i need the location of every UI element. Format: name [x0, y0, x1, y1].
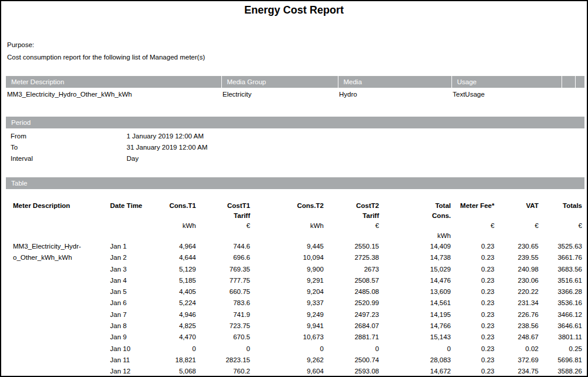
column-header-meter_description: [6, 211, 110, 221]
managed-meters-header-row: Meter Description Media Group Media Usag…: [6, 76, 584, 88]
value-cell-cost_t1_tariff: 777.75: [198, 275, 253, 286]
value-cell-cons_t2: 9,604: [253, 366, 326, 377]
report-page: Energy Cost Report Purpose: Cost consump…: [0, 0, 588, 377]
value-cell-cost_t2_tariff: 2500.74: [326, 355, 381, 366]
column-header-meter_description-unit: [6, 231, 110, 241]
value-cell-cons_t2: 9,204: [253, 286, 326, 297]
value-cell-total_cons: 0: [381, 343, 453, 355]
value-cell-vat: 372.69: [497, 355, 541, 366]
column-header-cons_t1-unit: [151, 231, 198, 241]
media-group-value: Electricity: [221, 88, 338, 101]
value-cell-vat: 226.76: [497, 309, 541, 320]
media-column-header: Media: [338, 76, 451, 88]
column-header-meter_fee: [453, 211, 497, 221]
value-cell-cost_t1_tariff: 2823.15: [198, 355, 253, 366]
column-header-meter_description-unit: [6, 221, 110, 231]
value-cell-cost_t1_tariff: 696.6: [198, 252, 253, 263]
value-cell-total_cons: 28,083: [381, 355, 453, 366]
value-cell-vat: 238.56: [497, 320, 541, 332]
purpose-block: Purpose: Cost consumption report for the…: [7, 39, 205, 63]
meter-description-value: MM3_Electricity_Hydro_Other_kWh_kWh: [6, 88, 221, 101]
value-cell-cost_t2_tariff: 2725.38: [326, 252, 381, 263]
to-label: To: [6, 141, 127, 153]
value-cell-totals: 3801.11: [541, 332, 584, 343]
value-cell-cons_t1: 5,185: [151, 275, 198, 286]
date-cell: Jan 8: [110, 320, 151, 332]
data-table-header-line: kWh: [6, 231, 584, 241]
value-cell-cons_t2: 9,445: [253, 241, 326, 252]
value-cell-meter_fee: 0.23: [453, 286, 497, 297]
value-cell-vat: 230.65: [497, 241, 541, 252]
value-cell-cons_t1: 5,068: [151, 366, 198, 377]
table-row: MM3_Electricity_Hydr-o_Other_kWh_kWhJan …: [6, 241, 584, 252]
interval-value: Day: [127, 153, 584, 164]
value-cell-vat: 234.75: [497, 366, 541, 377]
value-cell-cost_t2_tariff: 2485.08: [326, 286, 381, 297]
value-cell-cost_t2_tariff: 2550.15: [326, 241, 381, 252]
value-cell-totals: 3466.12: [541, 309, 584, 320]
date-cell: Jan 5: [110, 286, 151, 297]
data-table-header-line: Meter DescriptionDate TimeCons.T1CostT1C…: [6, 201, 584, 211]
period-section: Period From 1 January 2019 12:00 AM To 3…: [6, 117, 584, 164]
value-cell-totals: 3536.16: [541, 297, 584, 309]
value-cell-cost_t1_tariff: 660.75: [198, 286, 253, 297]
column-header-totals-unit: [541, 231, 584, 241]
value-cell-vat: 239.55: [497, 252, 541, 263]
column-header-cost_t1_tariff: Tariff: [198, 211, 253, 221]
value-cell-total_cons: 14,672: [381, 366, 453, 377]
value-cell-total_cons: 15,143: [381, 332, 453, 343]
column-header-cons_t2: Cons.T2: [253, 201, 326, 211]
date-cell: Jan 7: [110, 309, 151, 320]
column-header-vat: VAT: [497, 201, 541, 211]
period-table: From 1 January 2019 12:00 AM To 31 Janua…: [6, 130, 584, 164]
date-cell: Jan 4: [110, 275, 151, 286]
column-header-cons_t2-unit: kWh: [253, 221, 326, 231]
column-header-total_cons-unit: [381, 221, 453, 231]
column-header-date_time-unit: [110, 221, 151, 231]
column-header-cons_t2: [253, 211, 326, 221]
data-table-header-line: kWh€kWh€€€€: [6, 221, 584, 231]
usage-value: TextUsage: [451, 88, 562, 101]
column-header-meter_fee-unit: [453, 231, 497, 241]
column-header-totals: Totals: [541, 201, 584, 211]
value-cell-cons_t2: 9,900: [253, 264, 326, 275]
value-cell-totals: 5696.81: [541, 355, 584, 366]
value-cell-cons_t1: 4,946: [151, 309, 198, 320]
value-cell-totals: 3525.63: [541, 241, 584, 252]
column-header-totals: [541, 211, 584, 221]
value-cell-vat: 248.67: [497, 332, 541, 343]
value-cell-totals: 3661.76: [541, 252, 584, 263]
value-cell-vat: 230.06: [497, 275, 541, 286]
date-cell: Jan 9: [110, 332, 151, 343]
value-cell-total_cons: 15,029: [381, 264, 453, 275]
date-cell: Jan 11: [110, 355, 151, 366]
value-cell-cost_t1_tariff: 0: [198, 343, 253, 355]
value-cell-cons_t2: 0: [253, 343, 326, 355]
value-cell-cost_t2_tariff: 0: [326, 343, 381, 355]
value-cell-vat: 0.02: [497, 343, 541, 355]
period-row-interval: Interval Day: [6, 153, 584, 164]
interval-label: Interval: [6, 153, 127, 164]
value-cell-cons_t2: 10,094: [253, 252, 326, 263]
value-cell-total_cons: 14,195: [381, 309, 453, 320]
header-spacer-cell: [562, 76, 575, 88]
from-value: 1 January 2019 12:00 AM: [127, 130, 584, 141]
purpose-text: Cost consumption report for the followin…: [7, 51, 205, 64]
value-cell-meter_fee: 0.23: [453, 309, 497, 320]
value-cell-vat: 231.34: [497, 297, 541, 309]
period-row-from: From 1 January 2019 12:00 AM: [6, 130, 584, 141]
value-cell-totals: 3646.61: [541, 320, 584, 332]
column-header-cost_t2_tariff-unit: €: [326, 221, 381, 231]
data-table-head: Meter DescriptionDate TimeCons.T1CostT1C…: [6, 201, 584, 241]
period-section-header: Period: [6, 117, 584, 128]
data-table: Meter DescriptionDate TimeCons.T1CostT1C…: [6, 201, 584, 377]
value-cell-cost_t2_tariff: 2508.57: [326, 275, 381, 286]
value-cell-cons_t2: 9,262: [253, 355, 326, 366]
column-header-vat-unit: €: [497, 221, 541, 231]
value-cell-meter_fee: 0.23: [453, 252, 497, 263]
value-cell-cons_t1: 4,825: [151, 320, 198, 332]
column-header-total_cons-unit: kWh: [381, 231, 453, 241]
value-cell-cost_t2_tariff: 2497.23: [326, 309, 381, 320]
value-cell-cost_t2_tariff: 2684.07: [326, 320, 381, 332]
from-label: From: [6, 130, 127, 141]
